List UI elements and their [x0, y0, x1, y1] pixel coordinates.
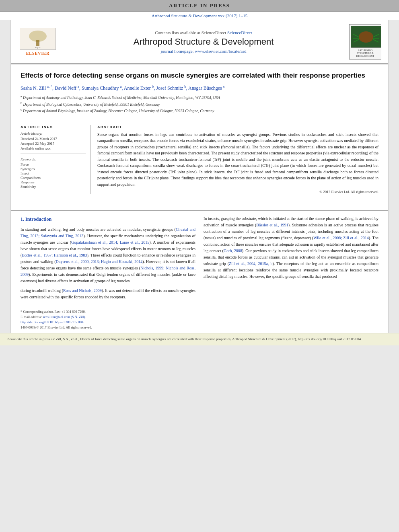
- arthropod-logo-text: ARTHROPODSTRUCTURE &DEVELOPMENT: [351, 49, 380, 58]
- intro-left-col: 1. Introduction In standing and walking,…: [21, 216, 195, 304]
- keyword-response: Response: [21, 180, 86, 184]
- detected-forces: forces: [296, 176, 306, 180]
- author-neff: David Neff a,: [55, 85, 82, 91]
- elsevier-wordmark: ELSEVIER: [26, 51, 50, 55]
- sciencedirect-line: Contents lists available at ScienceDirec…: [64, 30, 343, 35]
- intro-para-3: In insects, grasping the substrate, whic…: [204, 216, 378, 280]
- corresponding-note: * Corresponding author. Fax: +1 304 696 …: [21, 310, 378, 314]
- doi-line[interactable]: http://dx.doi.org/10.1016/j.asd.2017.05.…: [21, 320, 378, 324]
- ref-duysens[interactable]: Duysens et al., 2000, 2013; Hagio and Ko…: [56, 259, 142, 264]
- author-chaudhry: Sumaiya Chaudhry a,: [82, 85, 124, 91]
- svg-rect-2: [36, 40, 39, 46]
- article-history-label: Article history:: [21, 131, 86, 136]
- ref-nichols[interactable]: Nichols, 1999; Nichols and Ross, 2009: [21, 266, 195, 277]
- email-note: E-mail address: sensillum@aol.com (S.N. …: [21, 315, 378, 319]
- arthropod-logo-area: ARTHROPODSTRUCTURE &DEVELOPMENT: [347, 24, 383, 60]
- info-divider: [21, 154, 86, 154]
- svg-point-1: [29, 31, 47, 42]
- ref-wile[interactable]: Wile et al., 2008; Zill et al., 2014: [313, 236, 368, 240]
- sciencedirect-link[interactable]: ScienceDirect: [227, 30, 252, 35]
- author-zill: Sasha N. Zill a, *,: [21, 85, 55, 91]
- detected-and: and: [116, 176, 121, 180]
- keyword-force: Force: [21, 162, 86, 166]
- keyword-insect: Insect: [21, 171, 86, 175]
- article-in-press-banner: ARTICLE IN PRESS: [0, 0, 399, 12]
- footnote-area: * Corresponding author. Fax: +1 304 696 …: [11, 307, 388, 333]
- ref-eccles[interactable]: Eccles et al., 1957; Harrison et al., 19…: [22, 253, 87, 257]
- intro-right-col: In insects, grasping the substrate, whic…: [204, 216, 378, 304]
- citation-text: Please cite this article in press as: Zi…: [6, 337, 361, 341]
- issn-line: 1467-8039/© 2017 Elsevier Ltd. All right…: [21, 325, 378, 329]
- keyword-synergies: Synergies: [21, 167, 86, 171]
- introduction-section: 1. Introduction In standing and walking,…: [11, 216, 388, 304]
- intro-para-2: during treadmill walking (Ross and Nicho…: [21, 288, 195, 300]
- journal-header-center: Contents lists available at ScienceDirec…: [64, 30, 343, 53]
- online-date: Available online xxx: [21, 146, 86, 150]
- svg-text:Figure: Figure: [35, 47, 41, 49]
- article-info-heading: ARTICLE INFO: [21, 125, 86, 129]
- author-schmitz: Josef Schmitz b,: [156, 85, 188, 91]
- paper-container: Figure ELSEVIER Contents lists available…: [10, 20, 389, 333]
- arthropod-graphic: [351, 26, 381, 48]
- bottom-citation-bar: Please cite this article in press as: Zi…: [0, 333, 399, 345]
- journal-ref-line: Arthropod Structure & Development xxx (2…: [0, 12, 399, 20]
- sciencedirect-text: Contents lists available at ScienceDirec…: [155, 30, 226, 35]
- journal-header: Figure ELSEVIER Contents lists available…: [11, 20, 388, 64]
- keywords-label: Keywords:: [21, 157, 86, 161]
- keyword-campaniform: Campaniform: [21, 176, 86, 180]
- main-section-divider: [11, 210, 388, 211]
- journal-title: Arthropod Structure & Development: [64, 37, 343, 47]
- received-date: Received 24 March 2017: [21, 137, 86, 141]
- arthropod-logo-box: ARTHROPODSTRUCTURE &DEVELOPMENT: [349, 24, 381, 60]
- ref-chvatal[interactable]: Chvatal and Ting, 2013; Safavynia and Ti…: [21, 227, 195, 238]
- keyword-sensitivity: Sensitivity: [21, 185, 86, 189]
- svg-point-5: [359, 31, 373, 43]
- ref-zill-2004[interactable]: Zill et al., 2004, 2015a, b: [229, 261, 272, 266]
- copyright-line: © 2017 Elsevier Ltd. All rights reserved…: [97, 190, 378, 194]
- ref-ross[interactable]: Ross and Nichols, 2009: [63, 288, 102, 293]
- journal-ref-text: Arthropod Structure & Development xxx (2…: [152, 13, 247, 18]
- ref-gopalakrishnan[interactable]: Gopalakrishnan et al., 2014; Laine et al…: [71, 240, 149, 244]
- intro-heading: 1. Introduction: [21, 216, 195, 223]
- banner-text: ARTICLE IN PRESS: [169, 2, 230, 8]
- journal-url[interactable]: www.elsevier.com/locate/asd: [195, 49, 246, 53]
- article-content: Effects of force detecting sense organs …: [11, 64, 388, 205]
- journal-homepage: journal homepage: www.elsevier.com/locat…: [64, 49, 343, 53]
- elsevier-graphic: Figure: [20, 28, 56, 50]
- article-title: Effects of force detecting sense organs …: [21, 71, 378, 80]
- author-exter: Annelie Exter b,: [124, 85, 156, 91]
- abstract-text: Sense organs that monitor forces in legs…: [97, 131, 378, 188]
- author-buschges: Ansgar Büschges c: [188, 85, 225, 91]
- affiliation-c: c Department of Animal Physiology, Insti…: [21, 107, 378, 114]
- affiliation-b: b Department of Biological Cybernetics, …: [21, 101, 378, 107]
- accepted-date: Accepted 22 May 2017: [21, 142, 86, 146]
- affiliation-a: a Department of Anatomy and Pathology, J…: [21, 94, 378, 101]
- abstract-heading: ABSTRACT: [97, 125, 378, 129]
- email-link[interactable]: sensillum@aol.com (S.N. Zill).: [43, 315, 86, 319]
- info-abstract-section: ARTICLE INFO Article history: Received 2…: [21, 120, 378, 194]
- ref-gorb[interactable]: Gorb, 2008: [224, 249, 242, 253]
- affiliations: a Department of Anatomy and Pathology, J…: [21, 94, 378, 114]
- abstract-column: ABSTRACT Sense organs that monitor force…: [97, 125, 378, 194]
- article-info-column: ARTICLE INFO Article history: Received 2…: [21, 125, 91, 194]
- intro-para-1: In standing and walking, leg and body mu…: [21, 226, 195, 284]
- authors-line: Sasha N. Zill a, *, David Neff a, Sumaiy…: [21, 84, 378, 92]
- elsevier-logo-area: Figure ELSEVIER: [16, 28, 60, 55]
- ref-bassler[interactable]: Bässler et al., 1991: [256, 223, 288, 227]
